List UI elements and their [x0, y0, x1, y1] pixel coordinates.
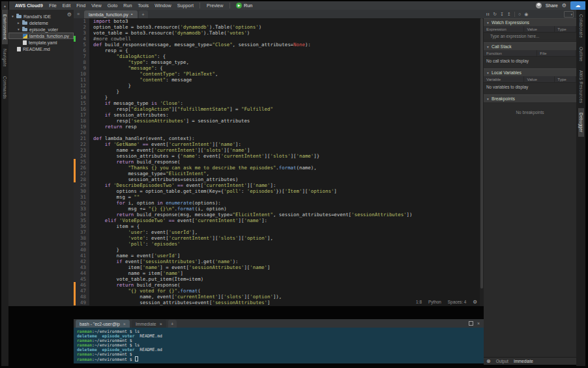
code-line[interactable]: 36 item = { [74, 223, 484, 229]
code-line[interactable]: 12 } [74, 83, 484, 89]
menu-item-goto[interactable]: Goto [104, 3, 121, 8]
gutter-line-number[interactable]: 17 [74, 112, 89, 118]
gutter-line-number[interactable]: 23 [74, 147, 89, 153]
gutter-line-number[interactable]: 47 [74, 288, 89, 294]
close-tab-icon[interactable]: × [123, 322, 126, 326]
code-line[interactable]: 41 name = event['userId'] [74, 253, 484, 259]
menu-item-edit[interactable]: Edit [59, 3, 73, 8]
gutter-line-number[interactable]: 46 [74, 282, 89, 288]
code-line[interactable]: 23 name = event['currentIntent']['slots'… [74, 147, 484, 153]
tree-settings-gear-icon[interactable]: ⚙ [67, 12, 72, 18]
tab-list-icon[interactable]: ≡ [74, 10, 83, 18]
run-button[interactable]: ▶ Run [233, 3, 255, 8]
tree-item-deleteme[interactable]: ▸deleteme [8, 20, 74, 26]
code-line[interactable]: 37 'user': event['userId'], [74, 229, 484, 235]
new-console-tab-button[interactable]: + [168, 320, 177, 328]
gutter-line-number[interactable]: 24 [74, 153, 89, 159]
gutter-line-number[interactable]: 37 [74, 229, 89, 235]
code-line[interactable]: 42 if event['sessionAttributes'].get('na… [74, 259, 484, 264]
gutter-line-number[interactable]: 18 [74, 118, 89, 124]
gutter-line-number[interactable]: 9 [74, 65, 89, 71]
code-line[interactable]: 10 "contentType": "PlainText", [74, 71, 484, 77]
watch-expression-input[interactable]: Type an expression here... [484, 33, 576, 39]
gutter-line-number[interactable]: 40 [74, 247, 89, 253]
code-line[interactable]: 32 for i, option in enumerate(options): [74, 200, 484, 206]
gutter-line-number[interactable]: 3 [74, 30, 89, 36]
code-line[interactable]: 15 if message_type is 'Close': [74, 100, 484, 106]
tree-item-template-yaml[interactable]: template.yaml [8, 39, 74, 46]
caret-down-icon[interactable]: ▾ [17, 27, 20, 31]
console-tab-immediate[interactable]: Immediate× [132, 320, 166, 328]
code-line[interactable]: 17 if session_attributes: [74, 112, 484, 118]
gutter-line-number[interactable]: 1 [74, 18, 89, 24]
code-line[interactable]: 18 resp['sessionAttributes'] = session_a… [74, 118, 484, 124]
debugger-source-dropdown[interactable]: ▾ [564, 11, 574, 18]
gutter-line-number[interactable]: 32 [74, 200, 89, 206]
code-line[interactable]: 27 message_type="ElicitIntent", [74, 171, 484, 177]
tree-item-lambda_function-py[interactable]: lambda_function.py [8, 33, 74, 39]
menu-item-tools[interactable]: Tools [135, 3, 152, 8]
gutter-line-number[interactable]: 4 [74, 36, 89, 42]
gutter-line-number[interactable]: 6 [74, 48, 89, 53]
close-tab-icon[interactable]: × [160, 322, 162, 326]
code-line[interactable]: 45 vote_table.put_item(Item=item) [74, 276, 484, 282]
gutter-line-number[interactable]: 20 [74, 130, 89, 135]
code-line[interactable]: 13 } [74, 89, 484, 94]
code-line[interactable]: 2option_table = boto3.resource('dynamodb… [74, 24, 484, 30]
section-header-breakpoints[interactable]: ▾Breakpoints [484, 94, 576, 102]
gutter-line-number[interactable]: 42 [74, 259, 89, 264]
code-line[interactable]: 7 "dialogAction": { [74, 53, 484, 59]
cloud9-logo-icon[interactable]: ☁ [570, 1, 585, 10]
gutter-line-number[interactable]: 15 [74, 100, 89, 106]
section-header-callstack[interactable]: ▾Call Stack [484, 42, 576, 50]
gutter-line-number[interactable]: 11 [74, 77, 89, 83]
code-line[interactable]: 20 [74, 130, 484, 135]
gutter-line-number[interactable]: 19 [74, 124, 89, 130]
menu-item-find[interactable]: Find [74, 3, 89, 8]
code-line[interactable]: 11 "content": message [74, 77, 484, 83]
menu-item-window[interactable]: Window [152, 3, 175, 8]
gutter-line-number[interactable]: 38 [74, 235, 89, 241]
console-tab-bash[interactable]: bash - "ec2-user@ip× [76, 320, 130, 328]
tree-root[interactable]: ▾ Randall's IDE [8, 13, 74, 20]
code-line[interactable]: 47 "{} voted for {}".format( [74, 288, 484, 294]
gutter-line-number[interactable]: 31 [74, 194, 89, 200]
gutter-line-number[interactable]: 41 [74, 253, 89, 259]
panel-tab-aws-resources[interactable]: AWS Resources [578, 66, 584, 108]
panel-tab-collaborate[interactable]: Collaborate [578, 10, 584, 42]
code-line[interactable]: 35 elif 'VoteEpisodeTwo' == event['curre… [74, 218, 484, 223]
code-line[interactable]: 3vote_table = boto3.resource('dynamodb')… [74, 30, 484, 36]
gutter-line-number[interactable]: 26 [74, 165, 89, 171]
code-line[interactable]: 21def lambda_handler(event, context): [74, 135, 484, 141]
code-line[interactable]: 4#more cowbell [74, 36, 484, 42]
maximize-console-icon[interactable] [469, 321, 473, 326]
gutter-line-number[interactable]: 29 [74, 182, 89, 188]
new-tab-button[interactable]: + [139, 10, 148, 18]
gutter-line-number[interactable]: 35 [74, 218, 89, 223]
panel-tab-outline[interactable]: Outline [578, 42, 584, 66]
suspend-breakpoints-icon[interactable]: ○ [518, 12, 521, 16]
gutter-line-number[interactable]: 49 [74, 300, 89, 305]
share-button[interactable]: Share [546, 3, 558, 8]
gutter-line-number[interactable]: 34 [74, 212, 89, 218]
sidebar-tab-commands[interactable]: Commands [2, 72, 8, 104]
pause-icon[interactable]: II [486, 12, 490, 16]
code-line[interactable]: 33 msg += "{} {}\n".format(i, option) [74, 206, 484, 212]
step-into-icon[interactable]: ↧ [500, 12, 504, 16]
gutter-line-number[interactable]: 12 [74, 83, 89, 89]
code-line[interactable]: 38 'vote': event['currentIntent']['slots… [74, 235, 484, 241]
terminal[interactable]: ranman:~/environment $ lsdeleteme episod… [74, 328, 484, 362]
gutter-line-number[interactable]: 45 [74, 276, 89, 282]
gutter-line-number[interactable]: 43 [74, 264, 89, 270]
gutter-line-number[interactable]: 2 [74, 24, 89, 30]
circled-x-icon[interactable]: ⊗ [486, 358, 491, 364]
code-line[interactable]: 39 'poll': 'episodes' [74, 241, 484, 247]
gutter-line-number[interactable]: 14 [74, 94, 89, 100]
code-line[interactable]: 43 item['name'] = event['sessionAttribut… [74, 264, 484, 270]
gutter-line-number[interactable]: 39 [74, 241, 89, 247]
code-area[interactable]: 1import boto32option_table = boto3.resou… [74, 18, 484, 306]
code-line[interactable]: 40 } [74, 247, 484, 253]
code-line[interactable]: 6 resp = { [74, 48, 484, 53]
code-line[interactable]: 22 if 'GetName' == event['currentIntent'… [74, 141, 484, 147]
sidebar-tab-environment[interactable]: Environment [2, 10, 8, 44]
